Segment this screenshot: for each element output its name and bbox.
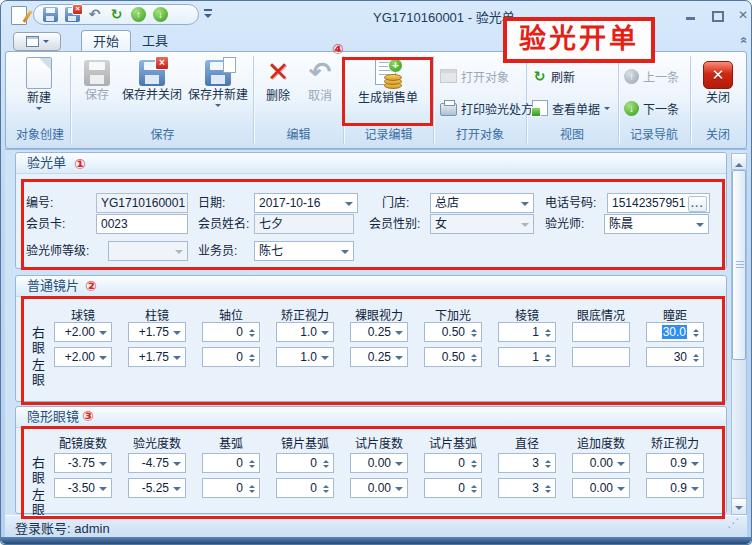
member-gender-combo: 女: [430, 214, 534, 234]
diameter-right-spinner[interactable]: 3: [498, 453, 556, 473]
corrected-vision-left-combo[interactable]: 0.9: [646, 478, 704, 498]
lens-base-curve-right-spinner[interactable]: 0: [276, 453, 334, 473]
ellipsis-button[interactable]: [688, 196, 707, 212]
scrollbar-thumb[interactable]: [732, 170, 746, 360]
salesman-combo[interactable]: 陈七: [254, 241, 354, 261]
sphere-left-combo[interactable]: +2.00: [54, 347, 112, 367]
add-power-right-spinner[interactable]: 0.50: [424, 322, 482, 342]
close-form-button[interactable]: 关闭: [696, 57, 740, 125]
extra-power-left-combo[interactable]: 0.00: [572, 478, 630, 498]
next-record-button[interactable]: 下一条: [624, 98, 679, 118]
app-menu-button[interactable]: [13, 32, 61, 51]
collapse-ribbon-icon[interactable]: [737, 33, 751, 47]
fundus-left-field[interactable]: [572, 347, 630, 367]
close-window-button[interactable]: [732, 7, 752, 23]
group-label-record-edit: 记录编辑: [346, 128, 431, 142]
tab-start[interactable]: 开始: [81, 30, 131, 52]
tab-tools-label: 工具: [142, 33, 168, 48]
open-object-label: 打开对象: [461, 68, 509, 85]
qat-overflow-button[interactable]: [203, 9, 213, 19]
red-x-badge-icon: [72, 4, 83, 15]
cell-value: 30: [647, 348, 703, 366]
diameter-left-spinner[interactable]: 3: [498, 478, 556, 498]
cell-value: +1.75: [129, 348, 185, 366]
store-combo[interactable]: 总店: [430, 193, 534, 213]
cell-value: 0: [425, 454, 481, 472]
optometry-power-left-combo[interactable]: -5.25: [128, 478, 186, 498]
save-and-close-button[interactable]: 保存并关闭: [120, 57, 184, 125]
naked-vision-left-combo[interactable]: 0.25: [350, 347, 408, 367]
cell-value: -5.25: [129, 479, 185, 497]
lens-base-curve-left-spinner[interactable]: 0: [276, 478, 334, 498]
column-header: 矫正视力: [646, 434, 704, 451]
delete-button[interactable]: 删除: [258, 57, 298, 125]
tab-tools[interactable]: 工具: [137, 30, 173, 51]
save-close-icon[interactable]: [65, 7, 80, 22]
phone-value: 15142357951: [612, 196, 685, 210]
base-curve-right-spinner[interactable]: 0: [202, 453, 260, 473]
login-account-text: 登录账号: admin: [15, 521, 110, 536]
pupil-distance-right-spinner[interactable]: 30.0: [646, 322, 704, 342]
row-label-left-eye: 左眼: [29, 488, 45, 518]
order-no-field[interactable]: YG1710160001: [96, 193, 188, 213]
member-name-field[interactable]: 七夕: [254, 214, 354, 234]
pupil-distance-left-spinner[interactable]: 30: [646, 347, 704, 367]
save-and-new-button[interactable]: 保存并新建: [186, 57, 250, 125]
undo-icon[interactable]: [87, 7, 102, 22]
optometrist-combo[interactable]: 陈晨: [604, 214, 709, 234]
fitting-power-right-combo[interactable]: -3.75: [54, 453, 112, 473]
add-power-left-spinner[interactable]: 0.50: [424, 347, 482, 367]
trial-base-curve-left-spinner[interactable]: 0: [424, 478, 482, 498]
save-icon: [84, 60, 110, 86]
member-gender-label: 会员性别:: [369, 214, 420, 234]
cylinder-right-combo[interactable]: +1.75: [128, 322, 186, 342]
new-button[interactable]: 新建: [16, 57, 62, 125]
trial-power-right-combo[interactable]: 0.00: [350, 453, 408, 473]
axis-right-spinner[interactable]: 0: [202, 322, 260, 342]
corrected-vision-right-combo[interactable]: 0.9: [646, 453, 704, 473]
sphere-right-combo[interactable]: +2.00: [54, 322, 112, 342]
phone-field[interactable]: 15142357951: [607, 193, 710, 213]
annotation-number-4: ④: [332, 41, 344, 57]
group-separator: [343, 56, 345, 144]
fundus-right-field[interactable]: [572, 322, 630, 342]
corrected-vision-right-combo[interactable]: 1.0: [276, 322, 334, 342]
column-header: 棱镜: [498, 306, 556, 323]
generate-sale-order-button[interactable]: 生成销售单: [346, 57, 430, 125]
base-curve-left-spinner[interactable]: 0: [202, 478, 260, 498]
maximize-button[interactable]: [706, 7, 728, 23]
date-label: 日期:: [198, 193, 225, 213]
column-header: 裸眼视力: [350, 306, 408, 323]
scroll-up-icon[interactable]: [732, 154, 746, 170]
extra-power-right-combo[interactable]: 0.00: [572, 453, 630, 473]
prism-left-spinner[interactable]: 1: [498, 347, 556, 367]
axis-left-spinner[interactable]: 0: [202, 347, 260, 367]
print-prescription-button[interactable]: 打印验光处方: [440, 98, 533, 118]
row-label-left-eye: 左眼: [29, 358, 45, 388]
refresh-icon: [532, 69, 547, 84]
down-arrow-icon[interactable]: [153, 7, 168, 22]
trial-power-left-combo[interactable]: 0.00: [350, 478, 408, 498]
trial-base-curve-right-spinner[interactable]: 0: [424, 453, 482, 473]
minimize-button[interactable]: [679, 7, 701, 23]
up-arrow-icon[interactable]: [131, 7, 146, 22]
resize-grip-icon[interactable]: ⋰: [727, 511, 739, 536]
section-optometry-header: 验光单: [16, 153, 726, 174]
date-combo[interactable]: 2017-10-16: [254, 193, 358, 213]
redo-icon[interactable]: [109, 7, 124, 22]
column-header: 追加度数: [572, 434, 630, 451]
prism-right-spinner[interactable]: 1: [498, 322, 556, 342]
fitting-power-left-combo[interactable]: -3.50: [54, 478, 112, 498]
corrected-vision-left-combo[interactable]: 1.0: [276, 347, 334, 367]
refresh-button[interactable]: 刷新: [532, 66, 575, 86]
save-icon[interactable]: [43, 7, 58, 22]
section-regular-lens-header: 普通镜片: [16, 276, 726, 297]
vertical-scrollbar[interactable]: [731, 153, 747, 515]
cylinder-left-combo[interactable]: +1.75: [128, 347, 186, 367]
generate-invoice-icon: [372, 57, 404, 89]
naked-vision-right-combo[interactable]: 0.25: [350, 322, 408, 342]
close-form-label: 关闭: [696, 92, 740, 105]
optometry-power-right-combo[interactable]: -4.75: [128, 453, 186, 473]
member-card-field[interactable]: 0023: [96, 214, 188, 234]
view-document-button[interactable]: 查看单据: [532, 98, 610, 118]
